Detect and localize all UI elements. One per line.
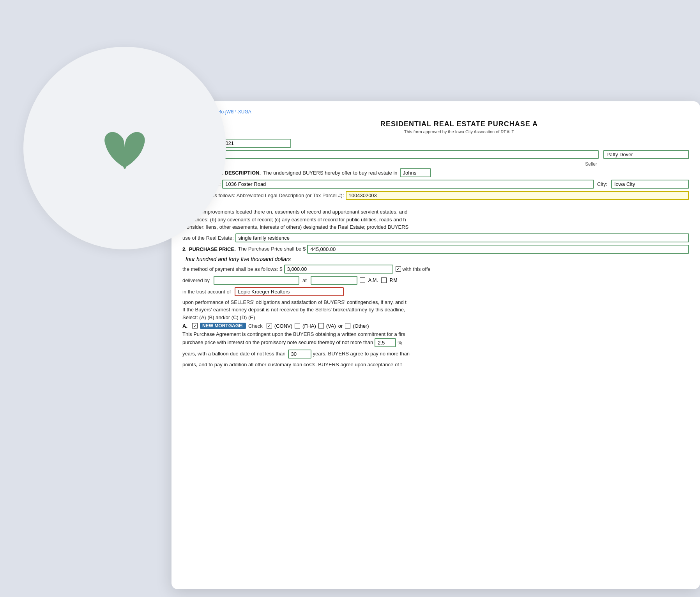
fha-checkbox[interactable] <box>295 323 300 329</box>
price-words-row: four hundred and forty five thousand dol… <box>182 256 689 262</box>
use-field[interactable] <box>235 233 689 242</box>
body-text3: (consider: liens, other easements, inter… <box>182 223 689 231</box>
payment-label: the method of payment shall be as follow… <box>182 266 283 272</box>
years-row: years, with a balloon due date of not le… <box>182 350 689 359</box>
section2-heading: PURCHASE PRICE. <box>189 246 236 252</box>
parcel-field[interactable] <box>346 191 689 200</box>
trust-row: in the trust account of <box>182 287 689 296</box>
separator1 <box>182 204 689 204</box>
seller-row: Seller Seller <box>182 161 689 167</box>
earnest-field[interactable] <box>284 265 393 274</box>
doc-title-area: RESIDENTIAL REAL ESTATE PURCHASE A This … <box>229 120 689 134</box>
seller-label2: Seller <box>585 161 597 167</box>
mortgage-main-checkbox[interactable] <box>192 323 198 329</box>
location-bar: cation: dtlp.us/bgRo-jW6P-XUGA <box>182 109 689 115</box>
county-field[interactable] <box>400 168 431 177</box>
conv-label: (CONV) <box>274 323 292 329</box>
va-label: (VA) <box>326 323 336 329</box>
am-label: A.M. <box>368 277 378 283</box>
address-field[interactable] <box>222 180 594 189</box>
other-label: (Other) <box>353 323 369 329</box>
years-text1: years, with a balloon due date of not le… <box>182 350 286 358</box>
trust-field[interactable] <box>235 287 344 296</box>
balloon-field[interactable] <box>288 350 311 359</box>
logo-circle <box>23 47 226 249</box>
points-text: points, and to pay in addition all other… <box>182 361 689 369</box>
price-field[interactable] <box>307 245 689 254</box>
buyer1-field[interactable] <box>182 150 599 159</box>
pm-label: P.M <box>390 277 398 283</box>
agreement-row: greement <box>182 139 689 148</box>
payment-row: the method of payment shall be as follow… <box>182 265 689 274</box>
doc-header: IAN ALTY RESIDENTIAL REAL ESTATE PURCHAS… <box>182 120 689 135</box>
section2-heading-row: 2. PURCHASE PRICE. The Purchase Price sh… <box>182 245 689 254</box>
mortgage-row: A. NEW MORTGAGE: Check (CONV) (FHA) (VA)… <box>182 323 689 329</box>
section-a-label: A. <box>182 323 187 329</box>
at-label: at <box>302 277 307 283</box>
doc-subtitle: This form approved by the Iowa City Asso… <box>229 129 689 134</box>
with-offer-label: with this offe <box>403 266 431 272</box>
buyer-row <box>182 150 689 159</box>
plant-icon <box>94 117 156 179</box>
time-field[interactable] <box>311 276 357 285</box>
contingent-text: This Purchase Agreement is contingent up… <box>182 330 689 338</box>
buyers-text: If the Buyers' earnest money deposit is … <box>182 306 689 314</box>
pm-checkbox[interactable] <box>381 277 387 283</box>
parcel-row: or described as follows: Abbreviated Leg… <box>182 191 689 200</box>
body-text1: with any improvements located there on, … <box>182 208 689 216</box>
city-field[interactable] <box>611 180 689 189</box>
or-label: or <box>338 323 343 329</box>
doc-title: RESIDENTIAL REAL ESTATE PURCHASE A <box>229 120 689 128</box>
interest-field[interactable] <box>375 338 396 347</box>
section1-text: The undersigned BUYERS hereby offer to b… <box>263 169 397 177</box>
va-checkbox[interactable] <box>318 323 324 329</box>
document-card: cation: dtlp.us/bgRo-jW6P-XUGA IAN ALTY … <box>171 101 700 589</box>
delivered-field[interactable] <box>214 276 299 285</box>
section2-num: 2. <box>182 246 187 252</box>
trust-label: in the trust account of <box>182 289 231 295</box>
new-mortgage-label: NEW MORTGAGE: <box>200 323 246 329</box>
purchase-row: purchase price with interest on the prom… <box>182 338 689 347</box>
other-checkbox[interactable] <box>345 323 350 329</box>
address-row: locally known as: City: <box>182 180 689 189</box>
percent-label: % <box>398 340 402 346</box>
section2-text: The Purchase Price shall be $ <box>238 245 306 253</box>
purchase-text: purchase price with interest on the prom… <box>182 339 373 346</box>
fha-label: (FHA) <box>302 323 316 329</box>
section1-heading-row: 1. REAL ESTATE DESCRIPTION. The undersig… <box>182 168 689 177</box>
buyer2-field[interactable] <box>603 150 689 159</box>
upon-text: upon performance of SELLERS' obligations… <box>182 298 689 306</box>
use-label: use of the Real Estate: <box>182 235 234 241</box>
am-checkbox[interactable] <box>360 277 365 283</box>
checkbox-offer[interactable] <box>396 266 401 272</box>
select-text: Select: (A) (B) and/or (C) (D) (E) <box>182 314 689 321</box>
doc-inner: cation: dtlp.us/bgRo-jW6P-XUGA IAN ALTY … <box>171 101 700 589</box>
am-pm-area: A.M. P.M <box>360 277 397 283</box>
delivered-label: delivered by <box>182 277 210 283</box>
city-label: City: <box>597 181 607 187</box>
check-label: Check <box>248 323 263 329</box>
price-words: four hundred and forty five thousand dol… <box>186 256 291 262</box>
conv-checkbox[interactable] <box>267 323 272 329</box>
years-text2: years. BUYERS agree to pay no more than <box>313 350 410 358</box>
delivered-row: delivered by at A.M. P.M <box>182 276 689 285</box>
main-container: cation: dtlp.us/bgRo-jW6P-XUGA IAN ALTY … <box>0 0 700 597</box>
body-text2: ordinances; (b) any covenants of record;… <box>182 216 689 224</box>
use-row: use of the Real Estate: <box>182 233 689 242</box>
